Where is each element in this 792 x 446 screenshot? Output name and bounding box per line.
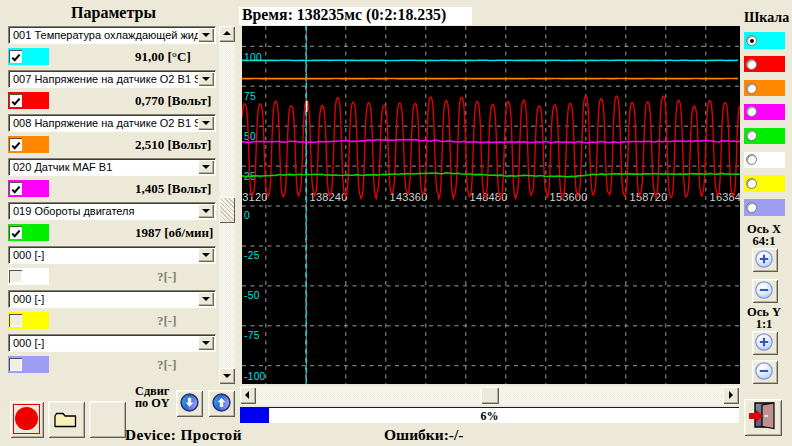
svg-text:-25: -25 [244,250,260,261]
svg-text:153600: 153600 [550,191,588,203]
svg-text:75: 75 [244,91,256,102]
svg-text:50: 50 [244,131,256,142]
svg-text:-100: -100 [244,371,266,382]
svg-text:-50: -50 [244,290,260,301]
svg-text:133120: 133120 [242,191,268,203]
svg-text:0: 0 [244,210,250,221]
svg-text:163840: 163840 [710,191,740,203]
svg-text:158720: 158720 [630,191,668,203]
svg-text:-75: -75 [244,330,260,341]
